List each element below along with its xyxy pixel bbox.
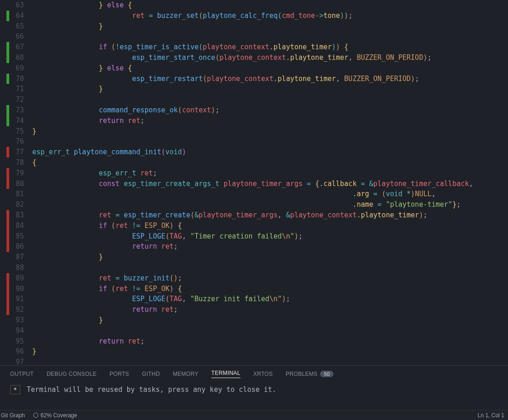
code-content[interactable]: return ret; xyxy=(32,304,508,315)
status-coverage-label: 62% Coverage xyxy=(41,412,77,419)
code-line[interactable]: 64 ret = buzzer_set(playtone_calc_freq(c… xyxy=(0,11,508,21)
status-coverage[interactable]: 62% Coverage xyxy=(33,412,77,419)
code-line[interactable]: 92 return ret; xyxy=(0,304,508,315)
code-content[interactable]: if (ret != ESP_OK) { xyxy=(32,284,508,294)
code-content[interactable]: esp_err_t playtone_command_init(void) xyxy=(32,147,508,158)
panel-tab-debug-console[interactable]: DEBUG CONSOLE xyxy=(47,371,97,377)
code-content[interactable]: ret = buzzer_init(); xyxy=(32,273,508,284)
panel-tab-githd[interactable]: GITHD xyxy=(142,371,160,377)
code-line[interactable]: 71 } xyxy=(0,84,508,94)
code-line[interactable]: 80 const esp_timer_create_args_t playton… xyxy=(0,179,508,189)
code-line[interactable]: 87 } xyxy=(0,252,508,262)
code-content[interactable] xyxy=(32,94,508,105)
code-content[interactable]: } xyxy=(32,21,508,32)
line-number: 82 xyxy=(9,199,32,210)
code-content[interactable]: } else { xyxy=(32,0,508,11)
code-line[interactable]: 93 } xyxy=(0,315,508,326)
code-line[interactable]: 95 return ret; xyxy=(0,336,508,347)
code-content[interactable]: } xyxy=(32,346,508,357)
code-content[interactable]: const esp_timer_create_args_t playtone_t… xyxy=(32,179,508,189)
code-content[interactable]: ret = buzzer_set(playtone_calc_freq(cmd_… xyxy=(32,11,508,21)
code-line[interactable]: 97 xyxy=(0,357,508,365)
gutter-diff-mark xyxy=(0,0,9,11)
code-line[interactable]: 85 ESP_LOGE(TAG, "Timer creation failed\… xyxy=(0,231,508,242)
code-content[interactable]: esp_timer_start_once(playtone_context.pl… xyxy=(32,52,508,63)
line-number: 92 xyxy=(9,304,32,315)
code-line[interactable]: 96} xyxy=(0,346,508,357)
code-content[interactable]: ESP_LOGE(TAG, "Buzzer init failed\n"); xyxy=(32,294,508,304)
code-line[interactable]: 65 } xyxy=(0,21,508,32)
code-content[interactable]: if (!esp_timer_is_active(playtone_contex… xyxy=(32,42,508,52)
code-line[interactable]: 82 .name = "playtone-timer"}; xyxy=(0,199,508,210)
code-content[interactable]: if (ret != ESP_OK) { xyxy=(32,221,508,231)
code-line[interactable]: 86 return ret; xyxy=(0,241,508,252)
code-line[interactable]: 73 command_response_ok(context); xyxy=(0,105,508,116)
code-content[interactable] xyxy=(32,31,508,42)
code-content[interactable]: { xyxy=(32,158,508,168)
line-number: 94 xyxy=(9,326,32,336)
gutter-diff-mark xyxy=(0,84,9,94)
line-number: 97 xyxy=(9,357,32,365)
code-line[interactable]: 63 } else { xyxy=(0,0,508,11)
line-number: 84 xyxy=(9,221,32,231)
code-content[interactable]: return ret; xyxy=(32,336,508,347)
terminal-body[interactable]: * Terminal will be reused by tasks, pres… xyxy=(0,382,508,397)
status-git-graph[interactable]: Git Graph xyxy=(1,412,25,419)
code-editor[interactable]: 63 } else {64 ret = buzzer_set(playtone_… xyxy=(0,0,508,365)
code-line[interactable]: 88 xyxy=(0,262,508,273)
code-content[interactable]: ESP_LOGE(TAG, "Timer creation failed\n")… xyxy=(32,231,508,242)
code-content[interactable]: esp_timer_restart(playtone_context.playt… xyxy=(32,74,508,84)
code-content[interactable]: return ret; xyxy=(32,241,508,252)
code-line[interactable]: 91 ESP_LOGE(TAG, "Buzzer init failed\n")… xyxy=(0,294,508,304)
code-line[interactable]: 89 ret = buzzer_init(); xyxy=(0,273,508,284)
code-line[interactable]: 76 xyxy=(0,136,508,147)
line-number: 66 xyxy=(9,31,32,42)
code-content[interactable]: ret = esp_timer_create(&playtone_timer_a… xyxy=(32,210,508,221)
code-line[interactable]: 84 if (ret != ESP_OK) { xyxy=(0,221,508,231)
panel-tab-problems[interactable]: PROBLEMS50 xyxy=(286,371,333,377)
code-line[interactable]: 77esp_err_t playtone_command_init(void) xyxy=(0,147,508,158)
panel-tab-ports[interactable]: PORTS xyxy=(110,371,129,377)
terminal-output-text: Terminal will be reused by tasks, press … xyxy=(27,385,276,394)
code-content[interactable]: } xyxy=(32,315,508,326)
code-line[interactable]: 74 return ret; xyxy=(0,116,508,126)
status-cursor-position[interactable]: Ln 1, Col 1 xyxy=(478,412,504,419)
code-content[interactable]: } xyxy=(32,252,508,262)
code-content[interactable] xyxy=(32,357,508,365)
line-number: 93 xyxy=(9,315,32,326)
code-content[interactable]: } xyxy=(32,126,508,137)
code-line[interactable]: 68 esp_timer_start_once(playtone_context… xyxy=(0,52,508,63)
code-content[interactable] xyxy=(32,326,508,336)
line-number: 68 xyxy=(9,52,32,63)
panel-tab-output[interactable]: OUTPUT xyxy=(10,371,34,377)
code-line[interactable]: 66 xyxy=(0,31,508,42)
code-line[interactable]: 72 xyxy=(0,94,508,105)
panel-tab-xrtos[interactable]: XRTOS xyxy=(253,371,273,377)
code-content[interactable]: .arg = (void *)NULL, xyxy=(32,189,508,199)
code-line[interactable]: 79 esp_err_t ret; xyxy=(0,168,508,179)
code-line[interactable]: 83 ret = esp_timer_create(&playtone_time… xyxy=(0,210,508,221)
code-line[interactable]: 78{ xyxy=(0,158,508,168)
code-line[interactable]: 90 if (ret != ESP_OK) { xyxy=(0,284,508,294)
code-content[interactable]: } xyxy=(32,84,508,94)
line-number: 86 xyxy=(9,241,32,252)
code-line[interactable]: 75} xyxy=(0,126,508,137)
code-line[interactable]: 81 .arg = (void *)NULL, xyxy=(0,189,508,199)
gutter-diff-mark xyxy=(0,94,9,105)
code-line[interactable]: 67 if (!esp_timer_is_active(playtone_con… xyxy=(0,42,508,52)
panel-tab-memory[interactable]: MEMORY xyxy=(173,371,199,377)
code-content[interactable] xyxy=(32,262,508,273)
code-line[interactable]: 70 esp_timer_restart(playtone_context.pl… xyxy=(0,74,508,84)
line-number: 69 xyxy=(9,63,32,74)
code-content[interactable]: esp_err_t ret; xyxy=(32,168,508,179)
code-content[interactable]: command_response_ok(context); xyxy=(32,105,508,116)
code-content[interactable]: return ret; xyxy=(32,116,508,126)
bottom-panel: OUTPUTDEBUG CONSOLEPORTSGITHDMEMORYTERMI… xyxy=(0,365,508,410)
code-line[interactable]: 69 } else { xyxy=(0,63,508,74)
panel-tab-terminal[interactable]: TERMINAL xyxy=(211,370,240,378)
line-number: 79 xyxy=(9,168,32,179)
code-content[interactable] xyxy=(32,136,508,147)
code-content[interactable]: .name = "playtone-timer"}; xyxy=(32,199,508,210)
code-line[interactable]: 94 xyxy=(0,326,508,336)
code-content[interactable]: } else { xyxy=(32,63,508,74)
